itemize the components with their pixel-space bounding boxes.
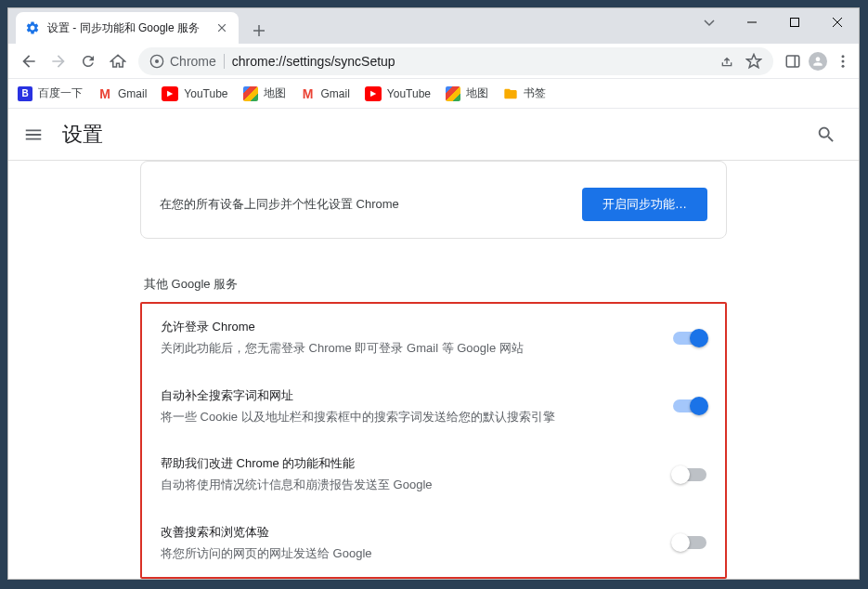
bookmark-baidu[interactable]: B 百度一下 — [18, 85, 83, 101]
svg-rect-0 — [791, 19, 799, 27]
url-text: chrome://settings/syncSetup — [232, 54, 712, 69]
bookmark-star-icon[interactable] — [745, 53, 762, 70]
setting-description: 将一些 Cookie 以及地址栏和搜索框中的搜索字词发送给您的默认搜索引擎 — [161, 408, 654, 426]
browser-tab[interactable]: 设置 - 同步功能和 Google 服务 — [16, 12, 239, 44]
bookmarks-bar: B 百度一下 M Gmail ▶ YouTube 地图 M Gmail ▶ Yo… — [8, 79, 859, 109]
enable-sync-button[interactable]: 开启同步功能… — [582, 188, 707, 221]
svg-point-5 — [842, 55, 845, 58]
toggle-autocomplete[interactable] — [673, 399, 706, 412]
setting-improve-chrome: 帮助我们改进 Chrome 的功能和性能 自动将使用情况统计信息和崩溃报告发送至… — [142, 440, 725, 509]
sync-card: 在您的所有设备上同步并个性化设置 Chrome 开启同步功能… — [140, 161, 727, 239]
bookmark-gmail[interactable]: M Gmail — [97, 86, 147, 101]
setting-description: 关闭此功能后，您无需登录 Chrome 即可登录 Gmail 等 Google … — [161, 339, 654, 358]
sync-illustration — [141, 162, 726, 171]
reload-button[interactable] — [75, 48, 101, 74]
gear-icon — [25, 20, 40, 35]
toggle-improve-search[interactable] — [673, 536, 706, 549]
setting-autocomplete: 自动补全搜索字词和网址 将一些 Cookie 以及地址栏和搜索框中的搜索字词发送… — [142, 373, 725, 441]
url-bar[interactable]: Chrome chrome://settings/syncSetup — [138, 47, 773, 75]
google-services-settings: 允许登录 Chrome 关闭此功能后，您无需登录 Chrome 即可登录 Gma… — [140, 302, 727, 579]
page-title: 设置 — [62, 121, 103, 149]
site-info[interactable]: Chrome — [149, 54, 216, 69]
setting-title: 改善搜索和浏览体验 — [161, 524, 654, 541]
back-button[interactable] — [16, 48, 42, 74]
bookmark-maps-2[interactable]: 地图 — [446, 85, 488, 101]
setting-description: 将您所访问的网页的网址发送给 Google — [161, 544, 654, 563]
home-button[interactable] — [105, 48, 131, 74]
close-tab-icon[interactable] — [214, 20, 229, 35]
svg-point-6 — [842, 59, 845, 62]
sync-description: 在您的所有设备上同步并个性化设置 Chrome — [160, 196, 399, 213]
side-panel-icon[interactable] — [784, 53, 801, 70]
bookmark-youtube-2[interactable]: ▶ YouTube — [365, 86, 431, 101]
tab-search-chevron[interactable] — [688, 8, 731, 36]
forward-button[interactable] — [45, 48, 71, 74]
address-bar: Chrome chrome://settings/syncSetup — [8, 44, 859, 79]
profile-avatar[interactable] — [809, 52, 827, 71]
bookmark-folder[interactable]: 书签 — [503, 85, 546, 101]
gmail-icon: M — [301, 86, 316, 101]
minimize-button[interactable] — [731, 8, 773, 36]
setting-improve-search: 改善搜索和浏览体验 将您所访问的网页的网址发送给 Google — [142, 509, 725, 578]
window-controls — [688, 8, 859, 36]
maps-icon — [446, 86, 460, 101]
svg-point-2 — [155, 59, 159, 63]
close-window-button[interactable] — [816, 8, 859, 36]
youtube-icon: ▶ — [365, 86, 382, 101]
maximize-button[interactable] — [773, 8, 816, 36]
setting-description: 自动将使用情况统计信息和崩溃报告发送至 Google — [161, 476, 654, 494]
toggle-improve-chrome[interactable] — [673, 468, 706, 481]
svg-rect-3 — [786, 56, 799, 67]
toggle-allow-signin[interactable] — [673, 332, 706, 345]
baidu-icon: B — [18, 86, 32, 101]
setting-allow-signin: 允许登录 Chrome 关闭此功能后，您无需登录 Chrome 即可登录 Gma… — [142, 304, 725, 373]
tab-title: 设置 - 同步功能和 Google 服务 — [47, 20, 207, 36]
settings-header: 设置 — [8, 109, 859, 161]
setting-title: 帮助我们改进 Chrome 的功能和性能 — [161, 455, 654, 472]
setting-title: 允许登录 Chrome — [161, 319, 654, 335]
folder-icon — [503, 86, 518, 101]
youtube-icon: ▶ — [162, 86, 178, 101]
gmail-icon: M — [97, 86, 112, 101]
svg-point-7 — [842, 64, 845, 67]
kebab-menu-icon[interactable] — [835, 53, 851, 70]
browser-window: 设置 - 同步功能和 Google 服务 Chrome — [7, 7, 860, 580]
search-icon[interactable] — [816, 124, 844, 145]
bookmark-youtube[interactable]: ▶ YouTube — [162, 86, 227, 101]
section-title: 其他 Google 服务 — [140, 257, 727, 302]
content-scroll-area[interactable]: 在您的所有设备上同步并个性化设置 Chrome 开启同步功能… 其他 Googl… — [8, 161, 859, 579]
new-tab-button[interactable] — [246, 18, 272, 44]
bookmark-maps[interactable]: 地图 — [243, 85, 286, 101]
share-icon[interactable] — [719, 54, 734, 69]
setting-title: 自动补全搜索字词和网址 — [161, 387, 654, 404]
hamburger-menu-icon[interactable] — [23, 124, 44, 145]
site-label: Chrome — [170, 54, 216, 69]
maps-icon — [243, 86, 258, 101]
bookmark-gmail-2[interactable]: M Gmail — [301, 86, 350, 101]
url-divider — [224, 54, 225, 69]
